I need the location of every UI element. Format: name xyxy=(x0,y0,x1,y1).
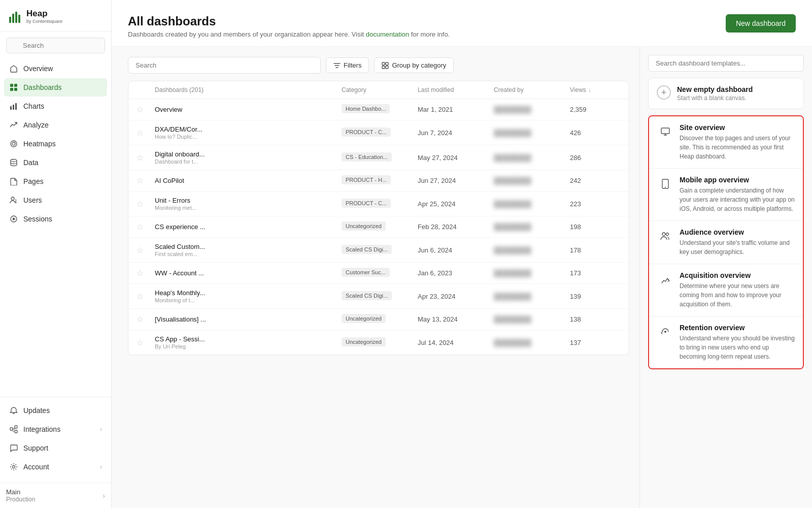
template-text-site-overview: Site overview Discover the top pages and… xyxy=(680,123,795,161)
sidebar-item-overview[interactable]: Overview xyxy=(4,59,107,78)
star-icon[interactable]: ☆ xyxy=(137,292,144,301)
new-dashboard-button[interactable]: New dashboard xyxy=(726,14,796,33)
star-cell[interactable]: ☆ xyxy=(137,176,155,185)
account-chevron-icon: › xyxy=(100,463,102,470)
template-icon-mobile-app-overview xyxy=(657,176,673,192)
group-by-button[interactable]: Group by category xyxy=(374,57,454,73)
integrations-icon xyxy=(9,425,18,434)
col-category: Category xyxy=(342,86,418,93)
template-card-acquisition-overview[interactable]: Acquisition overview Determine where you… xyxy=(649,264,803,316)
sidebar-item-heatmaps[interactable]: Heatmaps xyxy=(4,135,107,153)
star-icon[interactable]: ☆ xyxy=(137,129,144,137)
created-by-cell: ████████ xyxy=(494,315,570,323)
star-icon[interactable]: ☆ xyxy=(137,105,144,114)
template-card-mobile-app-overview[interactable]: Mobile app overview Gain a complete unde… xyxy=(649,169,803,221)
col-last-modified[interactable]: Last modified xyxy=(418,86,494,93)
star-cell[interactable]: ☆ xyxy=(137,222,155,232)
chevron-right-icon: › xyxy=(100,426,102,433)
table-row[interactable]: ☆ DXA/DEM/Cor... How to? Duplic... PRODU… xyxy=(128,120,629,145)
table-row[interactable]: ☆ CS experience ... Uncategorized Feb 28… xyxy=(128,216,629,238)
sidebar-item-analyze[interactable]: Analyze xyxy=(4,116,107,134)
filters-button[interactable]: Filters xyxy=(326,57,369,73)
sidebar-item-account[interactable]: Account › xyxy=(4,458,107,476)
created-by-cell: ████████ xyxy=(494,339,570,346)
sidebar-item-sessions[interactable]: Sessions xyxy=(4,210,107,228)
date-cell: May 13, 2024 xyxy=(418,315,494,323)
table-row[interactable]: ☆ WW - Account ... Customer Suc... Jan 6… xyxy=(128,263,629,284)
star-cell[interactable]: ☆ xyxy=(137,105,155,114)
table-row[interactable]: ☆ Scaled Custom... First scaled em... Sc… xyxy=(128,238,629,263)
table-scroll-area[interactable]: ☆ Overview Home Dashbo... Mar 1, 2021 ██… xyxy=(128,99,629,355)
table-row[interactable]: ☆ [Visualisations] ... Uncategorized May… xyxy=(128,309,629,330)
table-row[interactable]: ☆ Overview Home Dashbo... Mar 1, 2021 ██… xyxy=(128,99,629,120)
table-row[interactable]: ☆ AI CoPilot PRODUCT - H... Jun 27, 2024… xyxy=(128,170,629,192)
content-area: Filters Group by category Dashboards (20… xyxy=(112,47,812,508)
row-subtitle: Monitoring of t... xyxy=(155,297,342,303)
row-name-block: DXA/DEM/Cor... How to? Duplic... xyxy=(155,125,342,140)
users-icon xyxy=(9,196,18,205)
sidebar-item-charts-label: Charts xyxy=(23,102,44,110)
page-title: All dashboards xyxy=(128,14,450,28)
table-row[interactable]: ☆ Digital onboard... Dashboard for t... … xyxy=(128,145,629,170)
sidebar-item-users[interactable]: Users xyxy=(4,191,107,209)
sidebar-item-dashboards[interactable]: Dashboards xyxy=(4,78,107,97)
category-cell: PRODUCT - H... xyxy=(342,175,418,186)
sidebar-item-updates[interactable]: Updates xyxy=(4,401,107,420)
date-cell: Apr 23, 2024 xyxy=(418,293,494,300)
date-cell: May 27, 2024 xyxy=(418,154,494,162)
template-icon-acquisition-overview xyxy=(657,271,673,288)
sidebar-item-pages[interactable]: Pages xyxy=(4,172,107,190)
star-icon[interactable]: ☆ xyxy=(137,176,144,185)
views-cell: 138 xyxy=(570,315,621,323)
workspace-label: Main xyxy=(6,488,35,496)
star-icon[interactable]: ☆ xyxy=(137,200,144,208)
svg-point-20 xyxy=(13,466,15,468)
sidebar-workspace[interactable]: Main Production › xyxy=(0,483,111,508)
file-icon xyxy=(9,177,18,186)
created-by-cell: ████████ xyxy=(494,106,570,113)
row-name-block: Scaled Custom... First scaled em... xyxy=(155,243,342,257)
template-card-audience-overview[interactable]: Audience overview Understand your site's… xyxy=(649,221,803,264)
sidebar-item-data[interactable]: Data xyxy=(4,153,107,172)
star-cell[interactable]: ☆ xyxy=(137,268,155,278)
table-row[interactable]: ☆ CS App - Sessi... By Uri Peleg Uncateg… xyxy=(128,330,629,355)
star-icon[interactable]: ☆ xyxy=(137,153,144,162)
svg-rect-2 xyxy=(15,12,17,23)
star-icon[interactable]: ☆ xyxy=(137,315,144,324)
new-empty-dashboard-card[interactable]: + New empty dashboard Start with a blank… xyxy=(648,78,804,109)
template-search-input[interactable] xyxy=(648,55,804,72)
star-icon[interactable]: ☆ xyxy=(137,338,144,347)
star-cell[interactable]: ☆ xyxy=(137,245,155,255)
star-cell[interactable]: ☆ xyxy=(137,128,155,138)
star-icon[interactable]: ☆ xyxy=(137,223,144,231)
star-icon[interactable]: ☆ xyxy=(137,246,144,255)
star-cell[interactable]: ☆ xyxy=(137,153,155,163)
sidebar-item-integrations[interactable]: Integrations › xyxy=(4,420,107,438)
star-cell[interactable]: ☆ xyxy=(137,338,155,347)
row-title: AI CoPilot xyxy=(155,177,342,184)
template-card-site-overview[interactable]: Site overview Discover the top pages and… xyxy=(649,116,803,169)
list-search-input[interactable] xyxy=(128,57,321,74)
category-cell: Uncategorized xyxy=(342,314,418,325)
sidebar-item-support[interactable]: Support xyxy=(4,439,107,457)
row-name-block: AI CoPilot xyxy=(155,177,342,184)
category-cell: PRODUCT - C... xyxy=(342,128,418,138)
bell-icon xyxy=(9,406,18,415)
star-cell[interactable]: ☆ xyxy=(137,292,155,301)
table-row[interactable]: ☆ Unit - Errors Monitoring met... PRODUC… xyxy=(128,192,629,216)
template-card-retention-overview[interactable]: Retention overview Understand where you … xyxy=(649,316,803,368)
star-icon[interactable]: ☆ xyxy=(137,269,144,277)
documentation-link[interactable]: documentation xyxy=(366,30,409,38)
table-row[interactable]: ☆ Heap's Monthly... Monitoring of t... S… xyxy=(128,284,629,309)
sidebar-item-charts[interactable]: Charts xyxy=(4,97,107,115)
sidebar-search-input[interactable] xyxy=(6,38,105,53)
col-views[interactable]: Views ↓ xyxy=(570,86,621,93)
views-cell: 2,359 xyxy=(570,106,621,113)
workspace-sublabel: Production xyxy=(6,496,35,503)
logo-area: Heap by Contentsquare xyxy=(0,0,111,31)
row-name-block: [Visualisations] ... xyxy=(155,315,342,323)
created-by-cell: ████████ xyxy=(494,293,570,300)
star-cell[interactable]: ☆ xyxy=(137,199,155,209)
star-cell[interactable]: ☆ xyxy=(137,314,155,324)
col-created-by: Created by xyxy=(494,86,570,93)
